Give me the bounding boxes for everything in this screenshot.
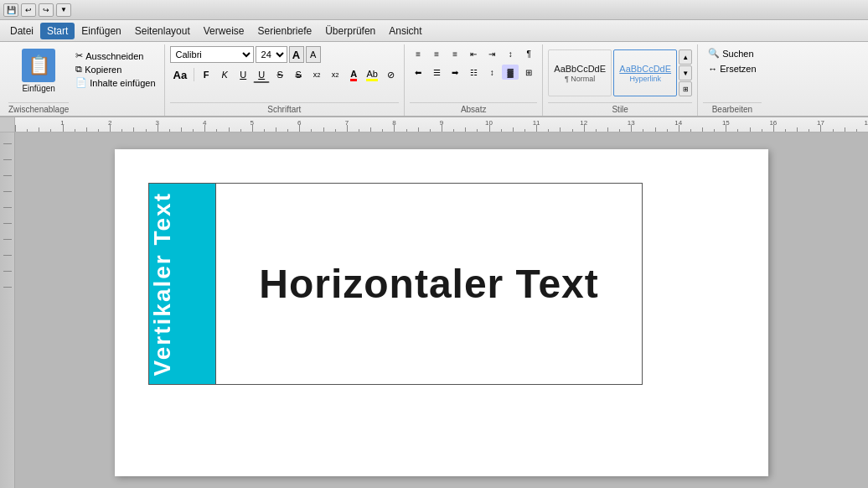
justify-button[interactable]: ☷ xyxy=(465,65,482,80)
ruler-tick xyxy=(560,127,561,132)
cut-button[interactable]: ✂ Ausschneiden xyxy=(72,49,158,62)
save-icon[interactable]: 💾 xyxy=(3,3,18,17)
list-number-button[interactable]: ≡ xyxy=(428,46,445,61)
ruler-tick xyxy=(86,127,87,132)
replace-icon: ↔ xyxy=(708,64,717,74)
ruler-ticks: 123456789101112131415161718 xyxy=(15,117,868,132)
vertical-text-cell: Vertikaler Text xyxy=(149,184,216,385)
bold-button[interactable]: F xyxy=(198,66,214,83)
style-more-button[interactable]: ⊞ xyxy=(679,81,692,96)
search-label: Suchen xyxy=(722,49,753,59)
ruler-tick xyxy=(158,125,158,132)
highlight-button[interactable]: Ab xyxy=(364,66,380,83)
redo-icon[interactable]: ↪ xyxy=(39,3,54,17)
style-hyperlink[interactable]: AaBbCcDdE Hyperlink xyxy=(613,49,677,96)
replace-button[interactable]: ↔ Ersetzen xyxy=(703,62,761,75)
style-down-button[interactable]: ▼ xyxy=(679,65,692,80)
font-name-select[interactable]: Calibri xyxy=(170,46,254,63)
clear-format-button[interactable]: ⊘ xyxy=(382,66,399,83)
italic-button[interactable]: K xyxy=(216,66,233,83)
menu-uberpruefen[interactable]: Überprüfen xyxy=(318,23,382,39)
title-bar: 💾 ↩ ↪ ▼ xyxy=(0,0,868,20)
menu-datei[interactable]: Datei xyxy=(3,23,40,39)
ruler-tick xyxy=(359,129,359,132)
ruler-tick xyxy=(311,129,312,132)
insert-button[interactable]: 📋 Einfügen xyxy=(17,46,60,96)
ruler-tick xyxy=(833,129,834,132)
menu-ansicht[interactable]: Ansicht xyxy=(382,23,428,39)
align-right-button[interactable]: ➡ xyxy=(447,65,463,80)
ruler-tick xyxy=(75,129,75,132)
paragraph-group-label: Absatz xyxy=(410,102,537,114)
ruler-tick xyxy=(536,125,537,132)
ruler-tick xyxy=(785,129,786,132)
ruler-tick xyxy=(382,129,383,132)
font-size-select[interactable]: 24 xyxy=(256,46,287,63)
list-multilevel-button[interactable]: ≡ xyxy=(447,46,463,61)
style-normal-label: ¶ Normal xyxy=(565,75,595,83)
outdent-button[interactable]: ⇤ xyxy=(465,46,482,61)
menu-start[interactable]: Start xyxy=(40,23,75,39)
horizontal-text: Horizontaler Text xyxy=(233,261,625,307)
cut-label: Ausschneiden xyxy=(85,51,143,61)
shading-button[interactable]: ▓ xyxy=(502,65,519,80)
font-color-button[interactable]: A xyxy=(345,66,362,83)
align-center-button[interactable]: ☰ xyxy=(428,65,445,80)
ruler: 123456789101112131415161718 xyxy=(0,117,868,132)
ribbon-group-edit: 🔍 Suchen ↔ Ersetzen Bearbeiten xyxy=(698,44,766,116)
aa-button[interactable]: Aa xyxy=(170,67,191,83)
strikethrough2-button[interactable]: S xyxy=(290,66,307,83)
menu-seitenlayout[interactable]: Seitenlayout xyxy=(128,23,197,39)
align-left-button[interactable]: ⬅ xyxy=(410,65,426,80)
show-hide-button[interactable]: ¶ xyxy=(520,46,537,61)
styles-group-label: Stile xyxy=(548,102,692,114)
style-up-button[interactable]: ▲ xyxy=(679,49,692,65)
ruler-tick xyxy=(15,125,16,132)
line-spacing-button[interactable]: ↕ xyxy=(483,65,500,80)
menu-einfuegen[interactable]: Einfügen xyxy=(75,23,127,39)
search-button[interactable]: 🔍 Suchen xyxy=(703,46,758,60)
ruler-tick xyxy=(489,125,490,132)
font-shrink-button[interactable]: A xyxy=(306,46,321,63)
ruler-tick xyxy=(631,125,632,132)
ruler-tick xyxy=(430,129,431,132)
ruler-tick xyxy=(216,129,217,132)
replace-label: Ersetzen xyxy=(720,64,756,74)
ruler-tick xyxy=(773,125,774,132)
superscript-button[interactable]: x2 xyxy=(327,66,344,83)
undo-icon[interactable]: ↩ xyxy=(21,3,36,17)
search-icon: 🔍 xyxy=(708,48,720,59)
ruler-tick xyxy=(133,127,134,132)
paste-special-button[interactable]: 📄 Inhalte einfügen xyxy=(72,76,158,89)
font-grow-button[interactable]: A xyxy=(289,46,304,63)
subscript-button[interactable]: x2 xyxy=(308,66,325,83)
list-bullet-button[interactable]: ≡ xyxy=(410,46,426,61)
ruler-tick xyxy=(63,125,64,132)
customize-icon[interactable]: ▼ xyxy=(56,3,71,17)
menu-serienbriefe[interactable]: Serienbriefe xyxy=(251,23,318,39)
ruler-tick xyxy=(181,127,182,132)
style-normal[interactable]: AaBbCcDdE ¶ Normal xyxy=(548,49,612,96)
underline2-button[interactable]: U xyxy=(253,66,270,83)
ruler-tick xyxy=(347,125,348,132)
border-button[interactable]: ⊞ xyxy=(520,65,537,80)
menu-bar: Datei Start Einfügen Seitenlayout Verwei… xyxy=(0,20,868,42)
menu-verweise[interactable]: Verweise xyxy=(197,23,251,39)
ruler-tick xyxy=(750,127,751,132)
ruler-tick xyxy=(762,129,762,132)
strikethrough-button[interactable]: S xyxy=(271,66,288,83)
copy-button[interactable]: ⧉ Kopieren xyxy=(72,63,158,75)
sort-button[interactable]: ↕ xyxy=(502,46,519,61)
ruler-tick xyxy=(572,129,573,132)
ruler-tick xyxy=(453,129,454,132)
ruler-tick xyxy=(323,127,324,132)
ruler-tick xyxy=(477,129,478,132)
ruler-tick xyxy=(643,129,643,132)
paste-special-icon: 📄 xyxy=(75,77,87,88)
indent-button[interactable]: ⇥ xyxy=(483,46,500,61)
ribbon-group-styles: AaBbCcDdE ¶ Normal AaBbCcDdE Hyperlink ▲… xyxy=(543,44,698,116)
underline-button[interactable]: U xyxy=(235,66,251,83)
ribbon-group-clipboard: 📋 Einfügen Zwischenablage ✂ Ausschneiden… xyxy=(3,44,165,116)
font-group-label: Schriftart xyxy=(170,102,400,114)
ruler-tick xyxy=(797,127,798,132)
